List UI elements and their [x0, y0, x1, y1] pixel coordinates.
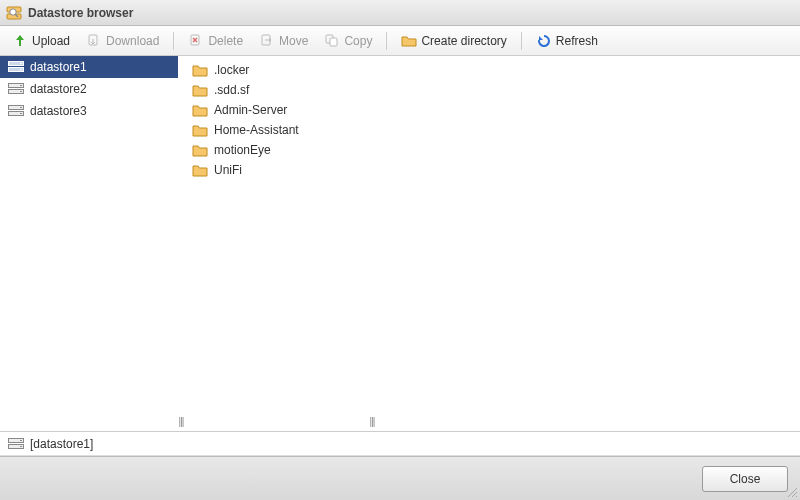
delete-label: Delete [208, 34, 243, 48]
datastore-icon [8, 61, 24, 73]
refresh-button[interactable]: Refresh [530, 30, 604, 52]
close-label: Close [730, 472, 761, 486]
svg-rect-23 [20, 440, 22, 441]
folder-label: .locker [214, 63, 249, 77]
folder-label: .sdd.sf [214, 83, 249, 97]
svg-line-25 [788, 488, 797, 497]
datastore-browser-icon [6, 5, 22, 21]
datastore-icon [8, 438, 24, 450]
folder-icon [192, 123, 208, 137]
move-label: Move [279, 34, 308, 48]
svg-rect-12 [20, 69, 22, 70]
copy-label: Copy [344, 34, 372, 48]
datastore-label: datastore3 [30, 104, 87, 118]
delete-icon [188, 33, 204, 49]
toolbar-separator [521, 32, 522, 50]
datastore-item[interactable]: datastore2 [0, 78, 178, 100]
folder-label: motionEye [214, 143, 271, 157]
svg-rect-24 [20, 446, 22, 447]
svg-line-27 [796, 496, 797, 497]
details-pane [375, 56, 800, 431]
move-icon [259, 33, 275, 49]
title-bar: Datastore browser [0, 0, 800, 26]
download-icon [86, 33, 102, 49]
datastore-list: datastore1datastore2datastore3 [0, 56, 178, 431]
datastore-label: datastore1 [30, 60, 87, 74]
toolbar: Upload Download Delete Move Copy Create … [0, 26, 800, 56]
folder-label: Home-Assistant [214, 123, 299, 137]
toolbar-separator [386, 32, 387, 50]
copy-button[interactable]: Copy [318, 30, 378, 52]
button-bar: Close [0, 456, 800, 500]
folder-icon [192, 103, 208, 117]
path-bar: [datastore1] [0, 432, 800, 456]
delete-button[interactable]: Delete [182, 30, 249, 52]
download-button[interactable]: Download [80, 30, 165, 52]
close-button[interactable]: Close [702, 466, 788, 492]
folder-label: Admin-Server [214, 103, 287, 117]
datastore-icon [8, 105, 24, 117]
datastore-item[interactable]: datastore3 [0, 100, 178, 122]
upload-label: Upload [32, 34, 70, 48]
toolbar-separator [173, 32, 174, 50]
upload-button[interactable]: Upload [6, 30, 76, 52]
folder-item[interactable]: .locker [184, 60, 369, 80]
create-directory-label: Create directory [421, 34, 506, 48]
folder-icon [192, 83, 208, 97]
folder-label: UniFi [214, 163, 242, 177]
create-directory-icon [401, 33, 417, 49]
upload-icon [12, 33, 28, 49]
folder-item[interactable]: motionEye [184, 140, 369, 160]
folder-icon [192, 63, 208, 77]
download-label: Download [106, 34, 159, 48]
svg-rect-16 [20, 91, 22, 92]
folder-item[interactable]: .sdd.sf [184, 80, 369, 100]
datastore-label: datastore2 [30, 82, 87, 96]
folder-icon [192, 143, 208, 157]
path-text: [datastore1] [30, 437, 93, 451]
window-title: Datastore browser [28, 6, 133, 20]
folder-icon [192, 163, 208, 177]
main-area: datastore1datastore2datastore3 ||| .lock… [0, 56, 800, 432]
create-directory-button[interactable]: Create directory [395, 30, 512, 52]
datastore-icon [8, 83, 24, 95]
folder-item[interactable]: UniFi [184, 160, 369, 180]
svg-rect-20 [20, 113, 22, 114]
resize-grip-icon[interactable] [786, 486, 798, 498]
svg-rect-15 [20, 85, 22, 86]
folder-list: .locker.sdd.sfAdmin-ServerHome-Assistant… [184, 56, 369, 431]
refresh-label: Refresh [556, 34, 598, 48]
datastore-item[interactable]: datastore1 [0, 56, 178, 78]
move-button[interactable]: Move [253, 30, 314, 52]
folder-item[interactable]: Admin-Server [184, 100, 369, 120]
svg-rect-11 [20, 63, 22, 64]
refresh-icon [536, 33, 552, 49]
copy-icon [324, 33, 340, 49]
svg-rect-19 [20, 107, 22, 108]
svg-rect-8 [330, 38, 337, 46]
folder-item[interactable]: Home-Assistant [184, 120, 369, 140]
